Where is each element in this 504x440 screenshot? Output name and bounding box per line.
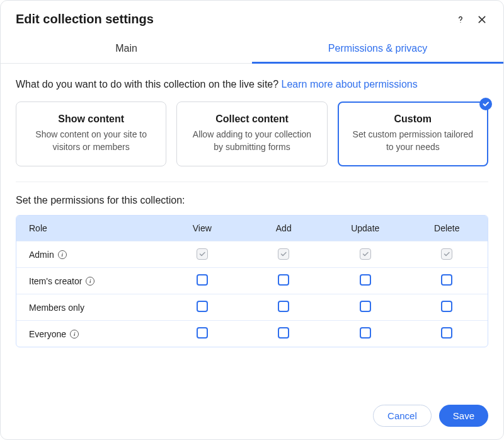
tabs: Main Permissions & privacy bbox=[1, 34, 503, 64]
role-label: Members only bbox=[29, 303, 84, 313]
card-title: Custom bbox=[348, 113, 478, 125]
info-icon[interactable]: i bbox=[58, 250, 67, 259]
checkbox-everyone-update[interactable] bbox=[360, 327, 371, 339]
card-collect-content[interactable]: Collect content Allow adding to your col… bbox=[176, 101, 327, 166]
cancel-button[interactable]: Cancel bbox=[373, 405, 432, 427]
question-text: What do you want to do with this collect… bbox=[16, 79, 282, 90]
checkbox-creator-update[interactable] bbox=[360, 274, 371, 286]
close-icon[interactable] bbox=[476, 13, 488, 26]
table-row-admin: Admin i bbox=[16, 241, 488, 267]
modal-header: Edit collection settings bbox=[1, 1, 503, 34]
role-label: Admin bbox=[29, 250, 54, 260]
divider bbox=[16, 182, 488, 182]
role-cell: Item's creator i bbox=[16, 276, 161, 286]
checkbox-admin-add bbox=[278, 248, 289, 260]
question-row: What do you want to do with this collect… bbox=[16, 79, 488, 90]
table-header: Role View Add Update Delete bbox=[16, 216, 488, 241]
role-label: Everyone bbox=[29, 329, 66, 339]
modal-title: Edit collection settings bbox=[16, 12, 454, 26]
checkbox-creator-add[interactable] bbox=[278, 274, 289, 286]
tab-content: What do you want to do with this collect… bbox=[1, 64, 503, 395]
permissions-table: Role View Add Update Delete Admin i Item… bbox=[16, 215, 488, 347]
checkbox-everyone-add[interactable] bbox=[278, 327, 289, 339]
checkbox-creator-delete[interactable] bbox=[441, 274, 452, 286]
table-row-creator: Item's creator i bbox=[16, 267, 488, 294]
card-show-content[interactable]: Show content Show content on your site t… bbox=[16, 101, 166, 166]
save-button[interactable]: Save bbox=[439, 405, 488, 427]
card-desc: Allow adding to your collection by submi… bbox=[187, 129, 316, 153]
help-icon[interactable] bbox=[454, 13, 467, 26]
checkbox-admin-delete bbox=[441, 248, 452, 260]
modal-footer: Cancel Save bbox=[1, 395, 503, 439]
checkbox-creator-view[interactable] bbox=[197, 274, 208, 286]
permissions-section-title: Set the permissions for this collection: bbox=[16, 195, 488, 206]
col-add-header: Add bbox=[243, 223, 325, 233]
tab-main[interactable]: Main bbox=[1, 34, 252, 63]
checkbox-everyone-view[interactable] bbox=[197, 327, 208, 339]
col-view-header: View bbox=[161, 223, 243, 233]
learn-more-link[interactable]: Learn more about permissions bbox=[282, 79, 418, 90]
edit-collection-modal: Edit collection settings Main Permission… bbox=[0, 0, 504, 440]
svg-point-1 bbox=[460, 21, 461, 22]
info-icon[interactable]: i bbox=[86, 277, 94, 286]
selected-check-icon bbox=[479, 98, 492, 110]
permission-mode-cards: Show content Show content on your site t… bbox=[16, 101, 488, 166]
tab-permissions[interactable]: Permissions & privacy bbox=[252, 34, 503, 63]
card-desc: Set custom permission tailored to your n… bbox=[348, 129, 478, 153]
col-delete-header: Delete bbox=[406, 223, 488, 233]
checkbox-members-delete[interactable] bbox=[441, 301, 452, 312]
card-desc: Show content on your site to visitors or… bbox=[26, 129, 156, 153]
role-cell: Admin i bbox=[16, 250, 161, 260]
table-row-everyone: Everyone i bbox=[16, 320, 488, 347]
checkbox-members-add[interactable] bbox=[278, 301, 289, 312]
checkbox-everyone-delete[interactable] bbox=[441, 327, 452, 339]
table-row-members: Members only bbox=[16, 294, 488, 320]
card-title: Show content bbox=[26, 113, 156, 125]
card-custom[interactable]: Custom Set custom permission tailored to… bbox=[338, 101, 488, 166]
role-cell: Everyone i bbox=[16, 329, 161, 339]
col-update-header: Update bbox=[324, 223, 406, 233]
role-cell: Members only bbox=[16, 303, 161, 313]
checkbox-admin-view bbox=[197, 248, 208, 260]
header-actions bbox=[454, 13, 488, 26]
role-label: Item's creator bbox=[29, 276, 82, 286]
checkbox-members-update[interactable] bbox=[360, 301, 371, 312]
info-icon[interactable]: i bbox=[70, 330, 79, 339]
checkbox-members-view[interactable] bbox=[197, 301, 208, 312]
checkbox-admin-update bbox=[360, 248, 371, 260]
card-title: Collect content bbox=[187, 113, 316, 125]
col-role-header: Role bbox=[16, 223, 161, 233]
